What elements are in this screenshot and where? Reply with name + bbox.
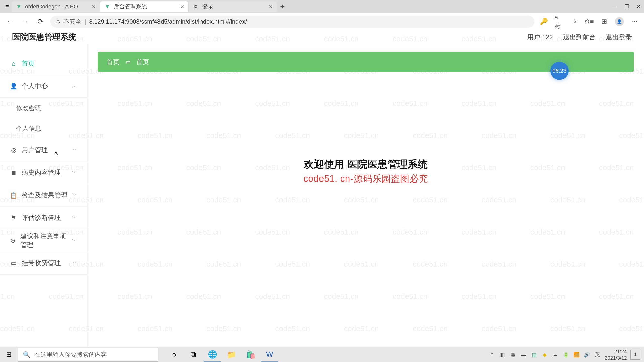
sidebar-group-1[interactable]: ≣病史内容管理﹀ (0, 161, 87, 184)
ime-label[interactable]: 英 (594, 351, 601, 358)
sidebar-group-label: 检查及结果管理 (22, 191, 67, 200)
target-icon: ◎ (10, 147, 17, 154)
sidebar-group-4[interactable]: ⊕建议和注意事项管理﹀ (0, 229, 87, 252)
list-icon: ≣ (10, 169, 17, 176)
chevron-down-icon: ﹀ (72, 237, 77, 244)
close-icon[interactable]: × (92, 3, 96, 11)
welcome-sub: code51. cn-源码乐园盗图必究 (98, 173, 634, 185)
collections-icon[interactable]: ⊞ (600, 17, 609, 26)
close-window-button[interactable]: ✕ (636, 3, 641, 10)
security-label: 不安全 (63, 18, 82, 26)
cortana-icon[interactable]: ○ (166, 348, 183, 362)
sidebar-home[interactable]: ⌂ 首页 (0, 52, 87, 75)
tab-sidebar-icon[interactable]: ☰ (3, 3, 11, 11)
tray-app3-icon[interactable]: ▬ (520, 351, 527, 358)
maximize-button[interactable]: ☐ (624, 3, 629, 10)
taskbar-search[interactable]: 🔍 在这里输入你要搜索的内容 (18, 348, 158, 362)
sidebar-group-3[interactable]: ⚑评估诊断管理﹀ (0, 207, 87, 229)
cursor-icon: ↖ (54, 150, 59, 157)
tray-app1-icon[interactable]: ◧ (499, 351, 506, 358)
chevron-down-icon: ﹀ (72, 147, 77, 153)
breadcrumb-bar: 首页 ⇄ 首页 06:23 (98, 52, 634, 72)
page-favicon-icon: 🗎 (193, 3, 199, 10)
insecure-icon: ⚠ (55, 18, 60, 25)
taskbar-clock[interactable]: 21:24 2021/3/12 (605, 348, 627, 361)
welcome-title: 欢迎使用 医院医患管理系统 (98, 157, 634, 171)
sidebar-group-label: 评估诊断管理 (22, 213, 61, 222)
onedrive-icon[interactable]: ☁ (552, 351, 559, 358)
sidebar-group-label: 建议和注意事项管理 (20, 232, 68, 249)
app-body: ⌂ 首页 👤 个人中心 ︿ 修改密码 个人信息 ◎用户管理﹀≣病史内容管理﹀📋检… (0, 44, 644, 347)
address-bar: ← → ⟳ ⚠ 不安全 | 8.129.11.174:9008/ssmf48d5… (0, 13, 644, 30)
url-bar[interactable]: ⚠ 不安全 | 8.129.11.174:9008/ssmf48d5/admin… (50, 16, 534, 28)
user-label[interactable]: 用户 122 (527, 33, 553, 42)
tray-app4-icon[interactable]: ▧ (531, 351, 538, 358)
read-aloud-icon[interactable]: 🔑 (539, 17, 548, 26)
breadcrumb-tab[interactable]: 首页 (107, 58, 120, 66)
tab-bar: ☰ ▼ orderCodegen - A BO × ▼ 后台管理系统 × 🗎 登… (0, 0, 644, 13)
breadcrumb-current: 首页 (136, 58, 149, 66)
volume-icon[interactable]: 🔊 (583, 351, 590, 358)
exit-front-button[interactable]: 退出到前台 (563, 33, 596, 42)
window-controls: — ☐ ✕ (612, 3, 641, 10)
url-separator: | (85, 18, 86, 25)
store-icon[interactable]: 🛍️ (242, 348, 259, 362)
edge-icon[interactable]: 🌐 (204, 348, 221, 362)
app-header: 医院医患管理系统 用户 122 退出到前台 退出登录 (0, 30, 644, 44)
browser-tab-1[interactable]: ▼ 后台管理系统 × (100, 1, 188, 12)
sidebar-group-5[interactable]: ▭挂号收费管理﹀ (0, 252, 87, 275)
sidebar-personal-info[interactable]: 个人信息 (0, 118, 87, 139)
explorer-icon[interactable]: 📁 (223, 348, 240, 362)
flag-icon: ⚑ (10, 214, 17, 221)
start-button[interactable]: ⊞ (0, 347, 18, 362)
toolbar-icons: 🔑 aあ ☆ ✩≡ ⊞ 👤 ⋯ (539, 17, 639, 26)
forward-button[interactable]: → (20, 17, 30, 27)
sidebar-group-0[interactable]: ◎用户管理﹀ (0, 139, 87, 161)
app: 医院医患管理系统 用户 122 退出到前台 退出登录 ⌂ 首页 👤 个人中心 ︿… (0, 30, 644, 347)
taskbar-time: 21:24 (605, 348, 627, 355)
wifi-icon[interactable]: 📶 (573, 351, 580, 358)
sidebar-personal-label: 个人中心 (22, 82, 48, 90)
time-badge: 06:23 (550, 62, 569, 80)
sidebar-group-2[interactable]: 📋检查及结果管理﹀ (0, 184, 87, 207)
logout-button[interactable]: 退出登录 (606, 33, 632, 42)
browser-tab-0[interactable]: ▼ orderCodegen - A BO × (12, 1, 100, 12)
home-icon: ⌂ (10, 60, 17, 67)
chevron-down-icon: ﹀ (72, 192, 77, 199)
close-icon[interactable]: × (269, 3, 273, 11)
main-area: 首页 ⇄ 首页 06:23 欢迎使用 医院医患管理系统 code51. cn-源… (88, 44, 644, 347)
new-tab-button[interactable]: + (277, 2, 288, 11)
menu-icon[interactable]: ⋯ (630, 17, 639, 26)
card-icon: ▭ (10, 260, 17, 267)
favorite-icon[interactable]: ☆ (570, 17, 579, 26)
translate-icon[interactable]: aあ (554, 17, 564, 26)
user-icon: 👤 (10, 83, 17, 90)
battery-icon[interactable]: 🔋 (562, 351, 569, 358)
profile-icon[interactable]: 👤 (615, 17, 624, 26)
browser-chrome: ☰ ▼ orderCodegen - A BO × ▼ 后台管理系统 × 🗎 登… (0, 0, 644, 30)
vue-favicon-icon: ▼ (104, 3, 111, 10)
notification-icon[interactable]: 1 (630, 350, 640, 360)
chevron-up-icon: ︿ (72, 83, 77, 89)
tray-app5-icon[interactable]: ◆ (541, 351, 548, 358)
app-title: 医院医患管理系统 (12, 32, 76, 43)
tray-chevron-icon[interactable]: ^ (488, 351, 495, 358)
tray-app2-icon[interactable]: ▦ (509, 351, 516, 358)
chevron-down-icon: ﹀ (72, 169, 77, 176)
reload-button[interactable]: ⟳ (35, 17, 45, 27)
url-text: 8.129.11.174:9008/ssmf48d5/admin/dist/in… (89, 18, 247, 25)
sidebar-personal[interactable]: 👤 个人中心 ︿ (0, 75, 87, 98)
back-button[interactable]: ← (5, 17, 15, 27)
close-icon[interactable]: × (180, 3, 184, 11)
browser-tab-2[interactable]: 🗎 登录 × (189, 1, 277, 12)
welcome-area: 欢迎使用 医院医患管理系统 code51. cn-源码乐园盗图必究 (98, 157, 634, 185)
task-view-icon[interactable]: ⧉ (185, 348, 202, 362)
chevron-down-icon: ﹀ (72, 260, 77, 266)
system-tray: ^ ◧ ▦ ▬ ▧ ◆ ☁ 🔋 📶 🔊 英 21:24 2021/3/12 1 (488, 348, 644, 361)
plus-circle-icon: ⊕ (10, 237, 16, 244)
favorites-bar-icon[interactable]: ✩≡ (585, 17, 594, 26)
word-icon[interactable]: W (261, 348, 278, 362)
search-icon: 🔍 (23, 351, 30, 358)
sidebar-change-password[interactable]: 修改密码 (0, 98, 87, 118)
minimize-button[interactable]: — (612, 3, 617, 10)
